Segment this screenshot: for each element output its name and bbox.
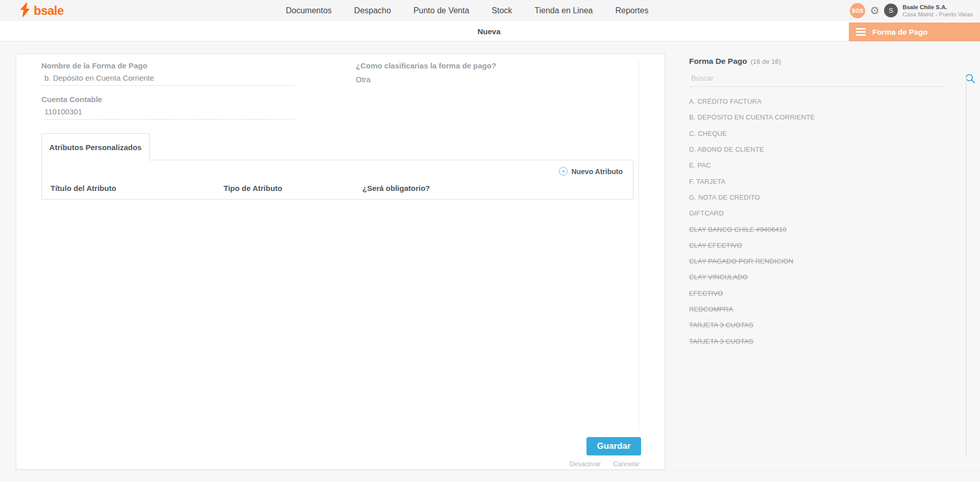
brand-logo[interactable]: bsale xyxy=(19,3,64,19)
list-item-inactive[interactable]: CLAY PAGADO POR RENDICION xyxy=(689,253,954,269)
account-input[interactable] xyxy=(41,107,296,119)
top-header-bar: bsale Documentos Despacho Punto de Venta… xyxy=(0,0,980,21)
list-item[interactable]: GIFTCARD xyxy=(689,205,954,221)
payment-methods-sidebar: Forma De Pago (16 de 16) A. CRÉDITO FACT… xyxy=(666,41,980,471)
new-attribute-button[interactable]: + Nuevo Atributo xyxy=(559,167,623,176)
card-divider xyxy=(639,62,639,430)
cancel-link[interactable]: Cancelar xyxy=(613,460,640,468)
bolt-icon xyxy=(19,3,31,19)
list-item-inactive[interactable]: CLAY EFECTIVO xyxy=(689,237,954,253)
save-button[interactable]: Guardar xyxy=(586,437,641,455)
list-item[interactable]: A. CRÉDITO FACTURA xyxy=(689,93,954,109)
list-item-inactive[interactable]: TARJETA 3 CUOTAS xyxy=(689,333,954,349)
brand-wordmark: bsale xyxy=(34,3,64,18)
forma-de-pago-panel-header[interactable]: Forma de Pago xyxy=(849,22,980,41)
nav-item-stock[interactable]: Stock xyxy=(492,6,512,15)
sidebar-count: (16 de 16) xyxy=(751,58,781,65)
sub-nav-bar: Nueva xyxy=(0,21,980,41)
nav-item-punto-de-venta[interactable]: Punto de Venta xyxy=(413,6,469,15)
payment-methods-list: A. CRÉDITO FACTURA B. DEPÓSITO EN CUENTA… xyxy=(689,93,954,349)
tab-nueva[interactable]: Nueva xyxy=(477,21,500,41)
sidebar-title-row: Forma De Pago (16 de 16) xyxy=(689,57,781,66)
nav-item-tienda-en-linea[interactable]: Tienda en Linea xyxy=(534,6,593,15)
menu-icon[interactable] xyxy=(856,28,866,36)
new-attribute-label: Nuevo Atributo xyxy=(571,167,623,176)
sos-badge[interactable]: SOS xyxy=(850,3,865,18)
main-nav: Documentos Despacho Punto de Venta Stock… xyxy=(286,0,648,21)
list-item-inactive[interactable]: REDCOMPRA xyxy=(689,301,954,317)
page: bsale Documentos Despacho Punto de Venta… xyxy=(0,0,980,482)
column-header-obligatorio: ¿Será obligatorio? xyxy=(362,184,430,192)
name-input[interactable] xyxy=(41,74,296,86)
panel-title: Forma de Pago xyxy=(872,28,927,36)
list-item[interactable]: G. NOTA DE CREDITO xyxy=(689,189,954,205)
nav-item-despacho[interactable]: Despacho xyxy=(354,6,391,15)
gear-icon[interactable]: ⚙ xyxy=(870,5,879,16)
search-input[interactable] xyxy=(689,71,946,87)
list-item-inactive[interactable]: CLAY BANCO CHILE #9406410 xyxy=(689,221,954,237)
nav-item-reportes[interactable]: Reportes xyxy=(616,6,649,15)
user-block: SOS ⚙ S Bsale Chile S.A. Casa Matriz - P… xyxy=(850,0,973,21)
payment-form-card: Nombre de la Forma de Pago ¿Como clasifi… xyxy=(16,54,665,470)
sidebar-search xyxy=(689,71,954,88)
name-label: Nombre de la Forma de Pago xyxy=(41,61,148,70)
list-item[interactable]: D. ABONO DE CLIENTE xyxy=(689,141,954,157)
classify-label: ¿Como clasificarias la forma de pago? xyxy=(356,61,496,70)
list-item[interactable]: F. TARJETA xyxy=(689,173,954,189)
attributes-panel: + Nuevo Atributo Título del Atributo Tip… xyxy=(41,160,633,200)
sidebar-scrollbar[interactable] xyxy=(966,77,967,457)
company-branch: Casa Matriz - Puerto Varas xyxy=(902,11,973,18)
company-info: Bsale Chile S.A. Casa Matriz - Puerto Va… xyxy=(902,4,973,18)
plus-icon: + xyxy=(559,167,568,176)
sidebar-title: Forma De Pago xyxy=(689,57,747,66)
classify-value[interactable]: Otra xyxy=(356,75,371,84)
list-item-inactive[interactable]: EFECTIVO xyxy=(689,285,954,301)
list-item[interactable]: C. CHEQUE xyxy=(689,126,954,141)
deactivate-link[interactable]: Desactivar xyxy=(570,460,601,468)
company-name: Bsale Chile S.A. xyxy=(902,4,973,11)
avatar[interactable]: S xyxy=(884,4,898,17)
list-item[interactable]: B. DEPÓSITO EN CUENTA CORRIENTE xyxy=(689,109,954,125)
nav-item-documentos[interactable]: Documentos xyxy=(286,6,332,15)
list-item-inactive[interactable]: TARJETA 3 CUOTAS xyxy=(689,317,954,333)
column-header-titulo: Título del Atributo xyxy=(51,184,116,192)
tab-atributos-personalizados[interactable]: Atributos Personalizados xyxy=(41,133,150,160)
account-label: Cuenta Contable xyxy=(41,95,102,104)
list-item-inactive[interactable]: CLAY VINCULADO xyxy=(689,269,954,285)
column-header-tipo: Tipo de Atributo xyxy=(224,184,282,192)
list-item[interactable]: E. PAC xyxy=(689,157,954,173)
secondary-actions: Desactivar Cancelar xyxy=(16,460,640,468)
